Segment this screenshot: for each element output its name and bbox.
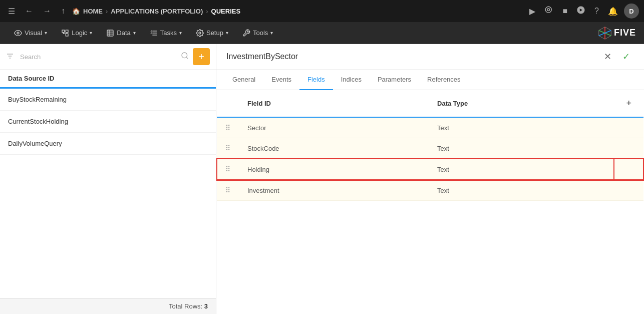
tab-events[interactable]: Events	[263, 70, 299, 90]
preview-button[interactable]	[541, 4, 556, 19]
close-button[interactable]: ✕	[600, 49, 615, 64]
nav-tasks-chevron: ▾	[179, 30, 182, 36]
nav-visual[interactable]: Visual ▾	[8, 26, 53, 40]
content-actions: ✕ ✓	[600, 49, 634, 64]
avatar[interactable]: D	[624, 4, 639, 19]
search-icon	[181, 52, 189, 62]
drag-handle-cell: ⠿	[217, 180, 239, 201]
confirm-button[interactable]: ✓	[618, 49, 634, 64]
nav-setup[interactable]: Setup ▾	[190, 26, 234, 40]
tab-references[interactable]: References	[419, 70, 468, 90]
nav-tasks[interactable]: Tasks ▾	[144, 26, 188, 40]
search-input[interactable]	[20, 53, 177, 61]
field-id-cell[interactable]: Sector	[239, 117, 429, 138]
drag-handle-cell: ⠿	[217, 159, 239, 180]
breadcrumb-sep-2: ›	[206, 8, 208, 15]
sidebar-search-bar: +	[0, 44, 216, 70]
nav-data-chevron: ▾	[133, 30, 136, 36]
back-button[interactable]: ←	[22, 5, 36, 18]
data-type-cell: Text	[429, 180, 614, 201]
five-logo: FIVE	[598, 26, 636, 40]
play-button[interactable]: ▶	[526, 5, 538, 18]
table-row[interactable]: ⠿InvestmentText	[217, 180, 643, 201]
data-type-cell: Text	[429, 117, 614, 138]
table-container: Field ID Data Type + ⠿SectorText⠿StockCo…	[216, 90, 644, 314]
table-row[interactable]: ⠿StockCodeText	[217, 138, 643, 159]
row-action-cell	[614, 180, 643, 201]
top-nav-left: ☰ ← → ↑ 🏠 HOME › APPLICATIONS (PORTFOLIO…	[5, 5, 522, 18]
up-button[interactable]: ↑	[58, 5, 68, 18]
breadcrumb-applications[interactable]: APPLICATIONS (PORTFOLIO)	[111, 8, 203, 15]
nav-visual-chevron: ▾	[45, 30, 47, 36]
svg-rect-3	[62, 30, 65, 33]
nav-logic[interactable]: Logic ▾	[55, 26, 98, 40]
svg-point-1	[547, 9, 550, 11]
nav-tasks-label: Tasks	[160, 29, 177, 37]
deploy-button[interactable]	[573, 4, 588, 19]
sidebar-item-buystockremaining[interactable]: BuyStockRemaining	[0, 89, 216, 111]
sidebar-header: Data Source ID	[0, 70, 216, 89]
sidebar-item-currentstockholding[interactable]: CurrentStockHolding	[0, 111, 216, 133]
data-type-cell: Text	[429, 159, 614, 180]
svg-point-13	[199, 32, 201, 34]
breadcrumb-sep-1: ›	[106, 8, 108, 15]
col-data-type: Data Type	[429, 90, 614, 117]
total-rows-count: 3	[204, 302, 208, 310]
tab-fields[interactable]: Fields	[299, 70, 333, 90]
nav-tools[interactable]: Tools ▾	[236, 26, 279, 40]
table-row[interactable]: ⠿HoldingText	[217, 159, 643, 180]
field-id-cell[interactable]: Investment	[239, 180, 429, 201]
content-panel: InvestmentBySector ✕ ✓ General Events Fi…	[216, 44, 644, 314]
nav-data[interactable]: Data ▾	[100, 26, 141, 40]
svg-point-2	[17, 32, 19, 34]
svg-rect-4	[66, 30, 69, 33]
nav-logic-chevron: ▾	[90, 30, 92, 36]
svg-point-21	[182, 53, 187, 58]
col-field-id: Field ID	[239, 90, 429, 117]
field-id-cell[interactable]: StockCode	[239, 138, 429, 159]
sidebar-footer: Total Rows: 3	[0, 298, 216, 314]
breadcrumb-queries[interactable]: QUERIES	[211, 8, 241, 15]
breadcrumb-home-icon: 🏠	[72, 8, 80, 15]
nav-tools-label: Tools	[253, 29, 268, 37]
nav-setup-label: Setup	[206, 29, 223, 37]
svg-rect-5	[66, 34, 69, 36]
help-button[interactable]: ?	[591, 5, 602, 18]
top-nav-right: ▶ ■ ? 🔔 D	[526, 4, 639, 19]
forward-button[interactable]: →	[40, 5, 54, 18]
drag-handle-icon: ⠿	[225, 186, 231, 194]
tab-parameters[interactable]: Parameters	[370, 70, 419, 90]
tabs: General Events Fields Indices Parameters…	[216, 70, 644, 90]
drag-handle-cell: ⠿	[217, 138, 239, 159]
col-drag	[217, 90, 239, 117]
tab-indices[interactable]: Indices	[333, 70, 370, 90]
menu-button[interactable]: ☰	[5, 5, 18, 18]
sidebar-list: BuyStockRemaining CurrentStockHolding Da…	[0, 89, 216, 298]
stop-button[interactable]: ■	[559, 5, 570, 18]
tab-general[interactable]: General	[224, 70, 263, 90]
breadcrumb-home[interactable]: HOME	[83, 8, 103, 15]
second-nav: Visual ▾ Logic ▾ Data ▾ Tasks ▾ Setup ▾	[0, 22, 644, 44]
svg-line-22	[186, 57, 188, 59]
field-id-cell[interactable]: Holding	[239, 159, 429, 180]
notifications-button[interactable]: 🔔	[605, 5, 621, 18]
content-title: InvestmentBySector	[226, 52, 600, 61]
drag-handle-cell: ⠿	[217, 117, 239, 138]
drag-handle-icon: ⠿	[225, 144, 231, 152]
content-header: InvestmentBySector ✕ ✓	[216, 44, 644, 70]
sidebar: + Data Source ID BuyStockRemaining Curre…	[0, 44, 216, 314]
col-add: +	[614, 90, 643, 117]
row-action-cell	[614, 138, 643, 159]
five-logo-text: FIVE	[614, 28, 636, 38]
add-button[interactable]: +	[193, 48, 210, 65]
svg-point-0	[546, 7, 552, 13]
row-action-cell	[614, 159, 643, 180]
add-column-button[interactable]: +	[622, 96, 635, 111]
fields-table: Field ID Data Type + ⠿SectorText⠿StockCo…	[216, 90, 644, 201]
nav-logic-label: Logic	[72, 29, 87, 37]
nav-data-label: Data	[117, 29, 130, 37]
top-nav: ☰ ← → ↑ 🏠 HOME › APPLICATIONS (PORTFOLIO…	[0, 0, 644, 22]
sidebar-item-dailyvolumequery[interactable]: DailyVolumeQuery	[0, 133, 216, 155]
filter-icon	[6, 52, 14, 62]
table-row[interactable]: ⠿SectorText	[217, 117, 643, 138]
